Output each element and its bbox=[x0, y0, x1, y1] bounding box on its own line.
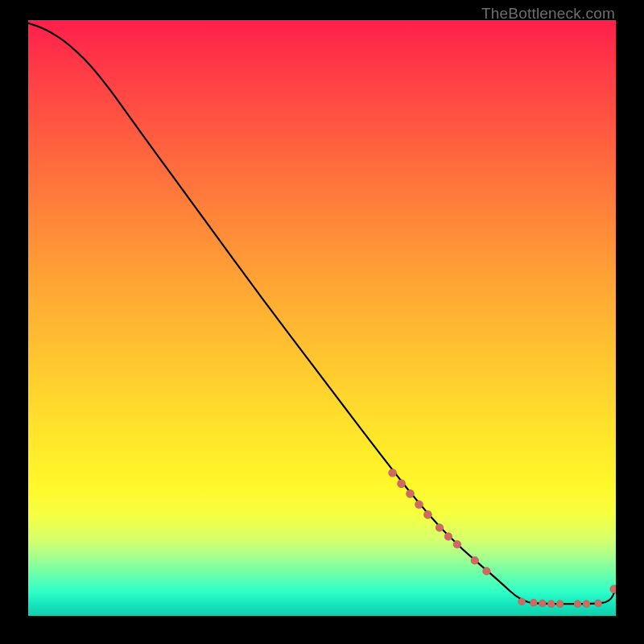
sample-dot bbox=[530, 599, 537, 606]
sample-dot bbox=[482, 568, 490, 576]
sample-dot bbox=[423, 510, 431, 518]
sample-dot bbox=[397, 480, 405, 488]
sample-dot bbox=[610, 585, 616, 593]
sample-dot bbox=[444, 533, 452, 541]
bottleneck-curve bbox=[28, 23, 616, 605]
sample-dots bbox=[388, 469, 616, 608]
sample-dot bbox=[547, 601, 555, 608]
sample-dot bbox=[539, 600, 546, 607]
sample-dot bbox=[471, 556, 479, 564]
sample-dot bbox=[556, 601, 564, 608]
sample-dot bbox=[574, 601, 581, 608]
curve-svg bbox=[28, 20, 616, 616]
sample-dot bbox=[406, 489, 414, 497]
sample-dot bbox=[453, 540, 461, 548]
sample-dot bbox=[595, 600, 602, 607]
sample-dot bbox=[436, 523, 444, 531]
sample-dot bbox=[415, 500, 423, 508]
plot-area bbox=[28, 20, 616, 616]
sample-dot bbox=[518, 598, 526, 605]
sample-dot bbox=[388, 469, 396, 477]
chart-stage: TheBottleneck.com bbox=[0, 0, 644, 644]
sample-dot bbox=[583, 601, 590, 608]
